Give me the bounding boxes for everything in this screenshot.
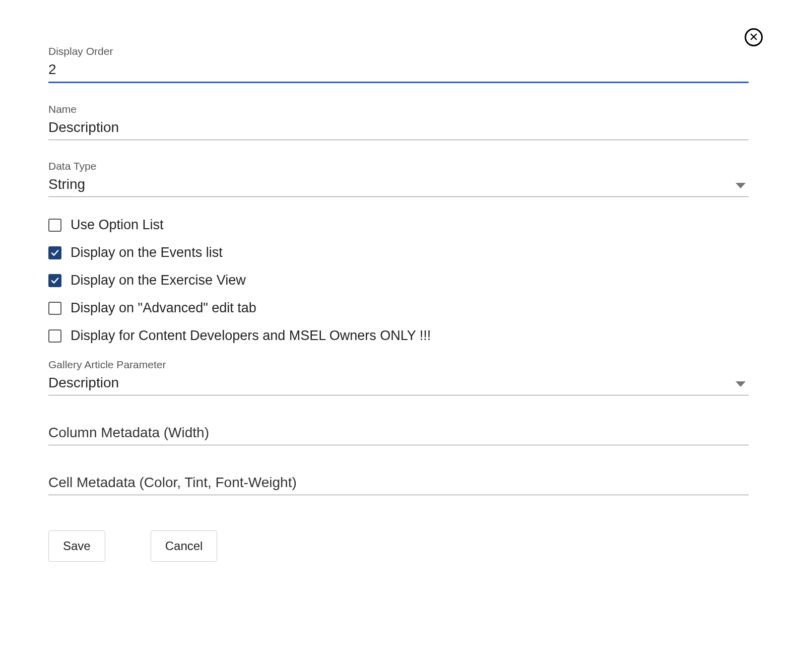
data-type-selected-value: String — [48, 173, 749, 197]
display-advanced-edit-label: Display on "Advanced" edit tab — [71, 300, 256, 316]
save-button[interactable]: Save — [48, 530, 105, 562]
gallery-article-parameter-label: Gallery Article Parameter — [48, 359, 749, 371]
display-order-label: Display Order — [48, 45, 749, 57]
close-icon — [749, 32, 758, 43]
data-type-select[interactable]: String — [48, 173, 749, 197]
cell-metadata-field — [48, 472, 749, 495]
name-label: Name — [48, 103, 749, 115]
display-events-list-label: Display on the Events list — [71, 245, 223, 260]
name-field: Name — [48, 103, 749, 140]
display-advanced-edit-checkbox[interactable]: Display on "Advanced" edit tab — [48, 300, 749, 316]
data-type-label: Data Type — [48, 160, 749, 172]
display-owners-only-checkbox[interactable]: Display for Content Developers and MSEL … — [48, 328, 749, 344]
display-order-input[interactable] — [48, 58, 749, 83]
checkbox-group: Use Option List Display on the Events li… — [48, 217, 749, 344]
data-type-field: Data Type String — [48, 160, 749, 197]
display-owners-only-label: Display for Content Developers and MSEL … — [71, 328, 431, 344]
column-metadata-input[interactable] — [48, 422, 749, 445]
use-option-list-checkbox[interactable]: Use Option List — [48, 217, 749, 233]
dialog-form: Display Order Name Data Type String Use … — [0, 0, 793, 672]
close-button[interactable] — [745, 28, 763, 46]
gallery-article-parameter-selected-value: Description — [48, 372, 749, 395]
display-exercise-view-label: Display on the Exercise View — [71, 273, 246, 288]
use-option-list-label: Use Option List — [71, 217, 164, 233]
gallery-article-parameter-select[interactable]: Description — [48, 372, 749, 395]
name-input[interactable] — [48, 116, 749, 140]
gallery-article-parameter-field: Gallery Article Parameter Description — [48, 359, 749, 395]
column-metadata-field — [48, 422, 749, 445]
button-row: Save Cancel — [48, 530, 749, 562]
display-events-list-checkbox[interactable]: Display on the Events list — [48, 245, 749, 260]
display-order-field: Display Order — [48, 45, 749, 83]
display-exercise-view-checkbox[interactable]: Display on the Exercise View — [48, 273, 749, 288]
cancel-button[interactable]: Cancel — [151, 530, 218, 562]
cell-metadata-input[interactable] — [48, 472, 749, 495]
